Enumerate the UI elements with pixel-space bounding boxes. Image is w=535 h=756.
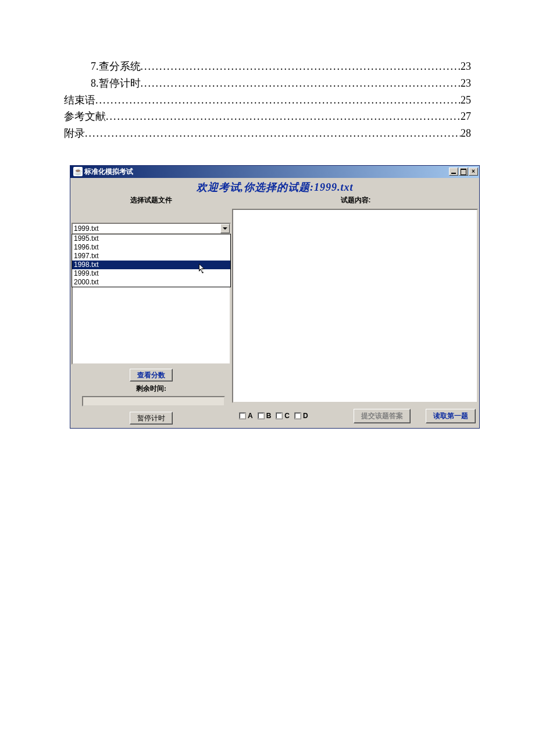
question-content-area xyxy=(232,209,478,403)
toc-leader-dots xyxy=(106,108,461,125)
checkbox-icon xyxy=(239,412,246,419)
maximize-button[interactable] xyxy=(459,167,468,176)
combobox-value: 1999.txt xyxy=(74,224,99,233)
dropdown-item[interactable]: 2000.txt xyxy=(72,278,230,287)
close-button[interactable]: × xyxy=(469,167,478,176)
toc-page-number: 23 xyxy=(461,75,471,92)
choice-c[interactable]: C xyxy=(276,412,290,420)
choice-a[interactable]: A xyxy=(239,412,253,420)
java-icon: ☕ xyxy=(73,167,83,176)
toc-label: 附录 xyxy=(64,125,85,142)
toc-leader-dots xyxy=(141,75,461,92)
welcome-text: 欢迎考试,你选择的试题:1999.txt xyxy=(70,180,479,194)
toc-page-number: 25 xyxy=(461,92,471,109)
toc-entry: 附录28 xyxy=(64,125,471,142)
toc-label: 7.查分系统 xyxy=(91,58,141,75)
choice-b[interactable]: B xyxy=(258,412,272,420)
toc-label: 参考文献 xyxy=(64,108,106,125)
toc-leader-dots xyxy=(85,125,461,142)
toc-leader-dots xyxy=(141,58,461,75)
toc-entry: 7.查分系统23 xyxy=(64,58,471,75)
toc-page-number: 28 xyxy=(461,125,471,142)
toc-page-number: 27 xyxy=(461,108,471,125)
remaining-time-field xyxy=(82,396,225,406)
toc-entry: 8.暂停计时23 xyxy=(64,75,471,92)
dropdown-item[interactable]: 1995.txt xyxy=(72,234,230,243)
table-of-contents: 7.查分系统238.暂停计时23结束语25参考文献27附录28 xyxy=(0,0,535,159)
file-combobox[interactable]: 1999.txt xyxy=(72,223,231,234)
file-list-area xyxy=(72,287,231,365)
answer-row: A B C D 提交该题答案 读取第一题 xyxy=(232,403,478,428)
toc-leader-dots xyxy=(95,92,461,109)
read-first-question-button[interactable]: 读取第一题 xyxy=(426,409,476,423)
view-score-button[interactable]: 查看分数 xyxy=(130,369,173,381)
right-column-label: 试题内容: xyxy=(232,194,479,209)
left-column-label: 选择试题文件 xyxy=(70,194,232,209)
minimize-button[interactable] xyxy=(449,167,458,176)
toc-page-number: 23 xyxy=(461,58,471,75)
dropdown-item[interactable]: 1999.txt xyxy=(72,269,230,278)
dropdown-item[interactable]: 1997.txt xyxy=(72,252,230,261)
dropdown-item[interactable]: 1996.txt xyxy=(72,243,230,252)
toc-entry: 参考文献27 xyxy=(64,108,471,125)
remaining-time-label: 剩余时间: xyxy=(72,381,231,395)
toc-label: 结束语 xyxy=(64,92,95,109)
combobox-dropdown-button[interactable] xyxy=(220,224,230,233)
checkbox-icon xyxy=(258,412,265,419)
choice-d[interactable]: D xyxy=(294,412,308,420)
titlebar[interactable]: ☕ 标准化模拟考试 × xyxy=(70,166,479,178)
file-dropdown-list[interactable]: 1995.txt1996.txt1997.txt1998.txt1999.txt… xyxy=(72,234,231,287)
checkbox-icon xyxy=(294,412,301,419)
checkbox-icon xyxy=(276,412,283,419)
submit-answer-button[interactable]: 提交该题答案 xyxy=(354,409,411,423)
toc-entry: 结束语25 xyxy=(64,92,471,109)
pause-timer-button[interactable]: 暂停计时 xyxy=(130,412,173,425)
window-title: 标准化模拟考试 xyxy=(84,167,449,177)
dropdown-item[interactable]: 1998.txt xyxy=(72,261,230,269)
exam-window: ☕ 标准化模拟考试 × 欢迎考试,你选择的试题:1999.txt 选择试题文件 … xyxy=(70,165,480,429)
toc-label: 8.暂停计时 xyxy=(91,75,141,92)
